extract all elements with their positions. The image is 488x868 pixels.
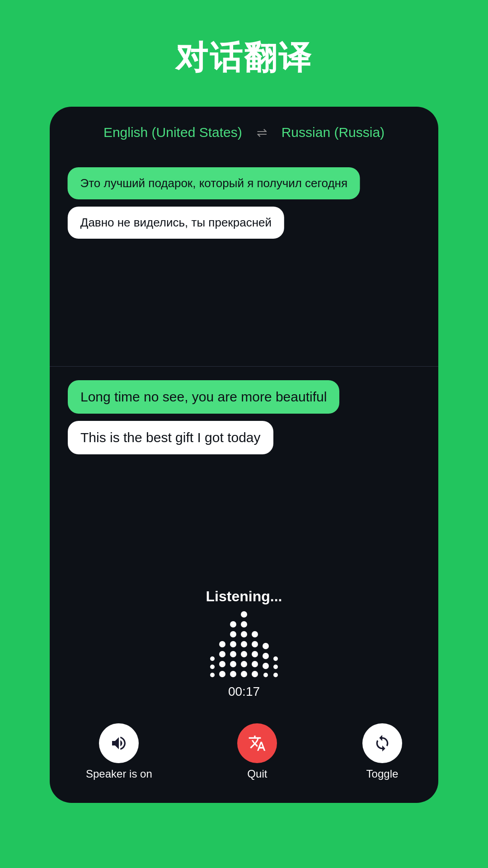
quit-button[interactable] — [237, 723, 277, 763]
bottom-controls: Speaker is on Quit Toggle — [50, 714, 438, 803]
quit-control[interactable]: Quit — [237, 723, 277, 780]
listening-section: Listening... — [50, 579, 438, 714]
waveform — [197, 614, 291, 677]
wave-col-6 — [263, 643, 269, 677]
wave-col-5 — [252, 631, 258, 677]
russian-bubble-1: Это лучший подарок, который я получил се… — [68, 167, 360, 199]
swap-icon[interactable]: ⇌ — [257, 125, 267, 140]
app-title: 对话翻译 — [175, 36, 313, 80]
wave-col-3 — [230, 621, 236, 677]
wave-col-7 — [273, 656, 278, 677]
speaker-label: Speaker is on — [86, 768, 152, 780]
russian-bubble-2: Давно не виделись, ты прекрасней — [68, 207, 284, 239]
wave-col-1 — [210, 656, 215, 677]
speaker-button[interactable] — [99, 723, 139, 763]
translate-icon — [248, 734, 266, 752]
english-bubble-2: This is the best gift I got today — [68, 421, 273, 454]
toggle-button[interactable] — [362, 723, 402, 763]
quit-label: Quit — [247, 768, 267, 780]
speaker-control[interactable]: Speaker is on — [86, 723, 152, 780]
listening-status: Listening... — [206, 588, 282, 605]
target-language[interactable]: Russian (Russia) — [282, 125, 385, 140]
speaker-icon — [110, 734, 128, 752]
timer: 00:17 — [228, 684, 260, 699]
phone-card: English (United States) ⇌ Russian (Russi… — [50, 107, 438, 803]
wave-col-2 — [219, 641, 225, 677]
toggle-icon — [373, 734, 391, 752]
chat-top: Давно не виделись, ты прекрасней Это луч… — [50, 154, 438, 366]
toggle-control[interactable]: Toggle — [362, 723, 402, 780]
wave-col-4 — [241, 611, 247, 677]
english-bubble-1: Long time no see, you are more beautiful — [68, 380, 339, 414]
chat-bottom: Long time no see, you are more beautiful… — [50, 367, 438, 579]
language-header: English (United States) ⇌ Russian (Russi… — [50, 107, 438, 154]
source-language[interactable]: English (United States) — [103, 125, 242, 140]
toggle-label: Toggle — [366, 768, 399, 780]
